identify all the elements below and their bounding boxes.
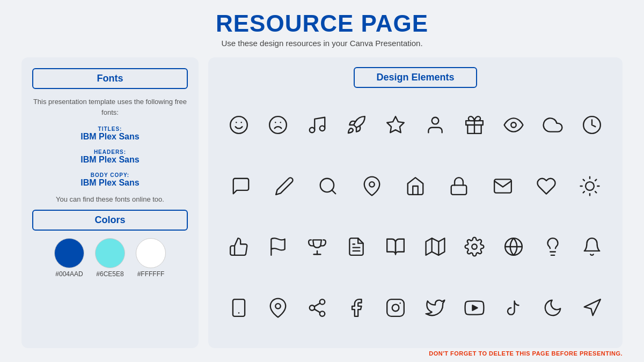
svg-point-12 (511, 122, 516, 128)
colors-header: Colors (32, 210, 188, 231)
page-title: RESOURCE PAGE (216, 11, 428, 36)
icon-row-4 (219, 292, 612, 324)
color-swatch-white: #FFFFFF (136, 238, 166, 278)
chat-icon (225, 170, 257, 202)
svg-rect-39 (233, 299, 245, 316)
flag-icon (262, 231, 294, 263)
svg-point-16 (369, 182, 375, 187)
home-icon (399, 170, 431, 202)
font-name-headers: IBM Plex Sans (32, 155, 188, 165)
svg-point-6 (310, 128, 315, 133)
svg-point-34 (472, 245, 477, 250)
svg-point-43 (310, 305, 315, 311)
cloud-icon (537, 109, 569, 141)
svg-point-0 (230, 116, 247, 134)
font-entry-headers: HEADERS: IBM Plex Sans (32, 149, 188, 165)
document-icon (340, 231, 372, 263)
fonts-description: This presentation template uses the foll… (32, 97, 188, 117)
svg-point-18 (586, 182, 594, 190)
page-subtitle: Use these design resources in your Canva… (216, 39, 428, 48)
svg-point-9 (431, 117, 438, 124)
main-content: Fonts This presentation template uses th… (21, 57, 623, 348)
left-panel: Fonts This presentation template uses th… (21, 57, 199, 348)
svg-line-15 (332, 190, 336, 194)
color-swatches: #004AAD #6CE5E8 #FFFFFF (32, 238, 188, 278)
instagram-icon (379, 292, 412, 324)
svg-line-25 (583, 191, 584, 193)
icon-row-3 (219, 231, 612, 263)
mail-icon (487, 170, 519, 202)
font-name-body: IBM Plex Sans (32, 178, 188, 188)
right-panel: Design Elements (208, 57, 623, 348)
eye-icon (497, 109, 530, 141)
megaphone-icon (576, 292, 608, 324)
icons-grid (219, 94, 612, 338)
moon-icon (537, 292, 569, 324)
sun-icon (574, 170, 606, 202)
color-hex-blue: #004AAD (55, 270, 83, 278)
rocket-icon (340, 109, 372, 141)
font-name-titles: IBM Plex Sans (32, 132, 188, 142)
colors-section: Colors #004AAD #6CE5E8 #FFFFFF (32, 210, 188, 278)
smile-icon (223, 109, 255, 141)
youtube-icon (458, 292, 491, 324)
svg-line-26 (595, 180, 596, 181)
svg-point-7 (320, 126, 325, 131)
footer-note: DON'T FORGET TO DELETE THIS PAGE BEFORE … (21, 350, 623, 357)
sad-icon (262, 109, 294, 141)
icon-row-2 (219, 170, 612, 202)
book-icon (379, 231, 412, 263)
lock-icon (443, 170, 475, 202)
clock-icon (576, 109, 608, 141)
facebook-icon (340, 292, 372, 324)
twitter-icon (419, 292, 451, 324)
globe-icon (497, 231, 530, 263)
tiktok-icon (497, 292, 530, 324)
design-elements-title: Design Elements (354, 67, 477, 88)
person-icon (419, 109, 451, 141)
svg-line-22 (595, 191, 596, 193)
color-circle-white (136, 238, 166, 268)
star-icon (379, 109, 412, 141)
color-hex-teal: #6CE5E8 (96, 270, 123, 278)
svg-point-3 (269, 116, 287, 134)
page-header: RESOURCE PAGE Use these design resources… (216, 11, 428, 48)
svg-line-21 (583, 180, 584, 181)
design-elements-header: Design Elements (219, 67, 612, 88)
svg-marker-31 (426, 239, 444, 256)
font-entry-titles: TITLES: IBM Plex Sans (32, 126, 188, 142)
bell-icon (576, 231, 608, 263)
svg-marker-8 (387, 116, 405, 132)
icon-row-1 (219, 109, 612, 141)
fonts-online: You can find these fonts online too. (32, 195, 188, 203)
color-circle-blue (54, 238, 84, 268)
music-icon (301, 109, 333, 141)
svg-line-46 (314, 303, 320, 306)
thumbsup-icon (223, 231, 255, 263)
color-hex-white: #FFFFFF (137, 270, 165, 278)
svg-point-44 (320, 311, 325, 316)
search-icon (312, 170, 344, 202)
color-swatch-blue: #004AAD (54, 238, 84, 278)
font-entry-body: BODY COPY: IBM Plex Sans (32, 172, 188, 188)
phone-icon (223, 292, 255, 324)
trophy-icon (301, 231, 333, 263)
heart-icon (530, 170, 562, 202)
gift-icon (458, 109, 491, 141)
svg-line-45 (314, 309, 320, 313)
pin-icon (356, 170, 388, 202)
share-icon (301, 292, 333, 324)
color-swatch-teal: #6CE5E8 (95, 238, 125, 278)
pencil-icon (268, 170, 301, 202)
map-icon (419, 231, 451, 263)
svg-rect-47 (387, 299, 405, 316)
fonts-header: Fonts (32, 68, 188, 89)
font-label-body: BODY COPY: (32, 172, 188, 178)
gear-icon (458, 231, 491, 263)
font-label-titles: TITLES: (32, 126, 188, 132)
svg-point-42 (320, 299, 325, 305)
color-circle-teal (95, 238, 125, 268)
location-icon (262, 292, 294, 324)
svg-point-41 (275, 304, 281, 309)
lightbulb-icon (537, 231, 569, 263)
